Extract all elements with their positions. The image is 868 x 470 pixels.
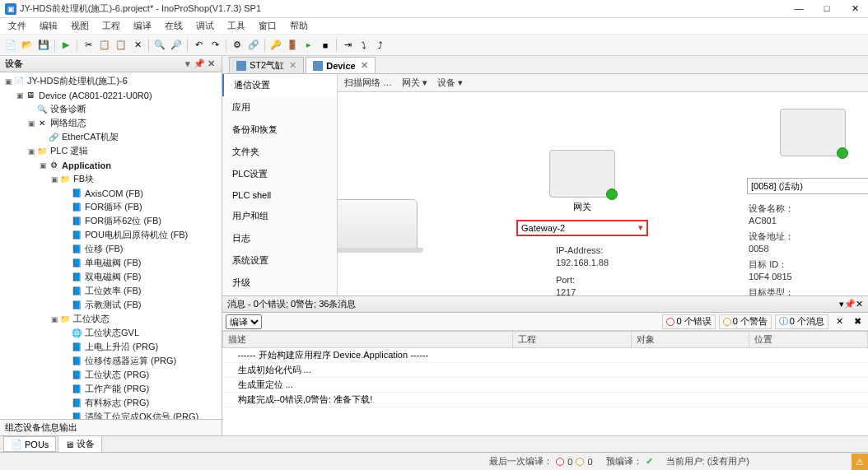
- tab-device[interactable]: 🖥设备: [58, 435, 102, 453]
- menu-help[interactable]: 帮助: [287, 18, 311, 34]
- clear-icon[interactable]: ✕: [832, 314, 847, 329]
- redo-icon[interactable]: ↷: [208, 38, 222, 53]
- tree-item[interactable]: 📘上电上升沿 (PRG): [0, 340, 222, 354]
- undo-icon[interactable]: ↶: [191, 38, 206, 53]
- tree-item[interactable]: 📘位移传感器运算 (PRG): [0, 354, 222, 368]
- gateway-menu[interactable]: 网关 ▾: [402, 77, 427, 89]
- warning-filter[interactable]: 0 个警告: [719, 314, 772, 329]
- device-menu[interactable]: 设备 ▾: [437, 77, 463, 89]
- tree-item[interactable]: 📘单电磁阀 (FB): [0, 256, 222, 270]
- minimize-button[interactable]: —: [791, 3, 807, 14]
- maximize-button[interactable]: □: [819, 3, 835, 14]
- tree-item[interactable]: 📘AxisCOM (FB): [0, 186, 222, 200]
- new-icon[interactable]: 📄: [3, 38, 18, 53]
- message-row[interactable]: ------ 开始构建应用程序 Device.Application -----…: [223, 348, 868, 363]
- tree-item[interactable]: 📘POU电机回原待机位 (FB): [0, 228, 222, 242]
- gateway-select[interactable]: Gateway-2▾: [516, 220, 648, 236]
- nav-log[interactable]: 日志: [222, 227, 337, 249]
- menu-edit[interactable]: 编辑: [36, 18, 61, 34]
- nav-folders[interactable]: 文件夹: [222, 141, 337, 163]
- tool-icon[interactable]: ✖: [850, 314, 865, 329]
- tree-item[interactable]: 📘位移 (FB): [0, 242, 222, 256]
- paste-icon[interactable]: 📋: [114, 38, 128, 53]
- stop-icon[interactable]: ■: [318, 38, 333, 53]
- panel-pin-icon[interactable]: 📌: [844, 299, 856, 309]
- menu-debug[interactable]: 调试: [193, 18, 217, 34]
- nav-plcset[interactable]: PLC设置: [222, 163, 337, 185]
- close-button[interactable]: ✕: [847, 3, 863, 14]
- menu-view[interactable]: 视图: [68, 18, 92, 34]
- tree-item[interactable]: 📘工位状态 (PRG): [0, 368, 222, 382]
- panel-close-icon[interactable]: ✕: [205, 58, 217, 69]
- tree-item[interactable]: ▣📁PLC 逻辑: [0, 144, 222, 158]
- notification-icon[interactable]: ⚠: [852, 454, 868, 470]
- menu-file[interactable]: 文件: [5, 18, 30, 34]
- login-icon[interactable]: 🔑: [268, 38, 283, 53]
- stepout-icon[interactable]: ⤴: [373, 38, 388, 53]
- tree-item[interactable]: ▣📁工位状态: [0, 312, 222, 326]
- menu-project[interactable]: 工程: [99, 18, 124, 34]
- stepover-icon[interactable]: ⤵: [357, 38, 371, 53]
- nav-app[interactable]: 应用: [222, 96, 337, 119]
- tree-item[interactable]: 📘FOR循环 (FB): [0, 200, 222, 214]
- tree-item[interactable]: 📘双电磁阀 (FB): [0, 270, 222, 284]
- tree-item[interactable]: 🔗EtherCAT机架: [0, 130, 222, 144]
- menu-window[interactable]: 窗口: [255, 18, 280, 34]
- panel-close-icon[interactable]: ✕: [856, 299, 863, 309]
- tree-item[interactable]: ▣📁FB块: [0, 172, 222, 186]
- error-filter[interactable]: 0 个错误: [662, 314, 715, 329]
- tree-item[interactable]: ▣🖥Device (AC801-0221-U0R0): [0, 88, 222, 102]
- nav-comm[interactable]: 通信设置: [222, 74, 337, 96]
- message-row[interactable]: 生成重定位 ...: [223, 378, 868, 393]
- menu-online[interactable]: 在线: [161, 18, 186, 34]
- nav-users[interactable]: 用户和组: [222, 205, 337, 227]
- message-category-select[interactable]: 编译: [226, 314, 262, 329]
- logout-icon[interactable]: 🚪: [285, 38, 300, 53]
- tree-item[interactable]: 🌐工位状态GVL: [0, 326, 222, 340]
- tab-close-icon[interactable]: ✕: [361, 60, 368, 71]
- find-icon[interactable]: 🔍: [152, 38, 167, 53]
- nav-sys[interactable]: 系统设置: [222, 249, 337, 272]
- info-filter[interactable]: ⓘ0 个消息: [775, 314, 828, 329]
- nav-backup[interactable]: 备份和恢复: [222, 119, 337, 141]
- tab-st2[interactable]: ST2气缸✕: [229, 57, 304, 73]
- copy-icon[interactable]: 📋: [97, 38, 112, 53]
- plc-select[interactable]: [0058] (活动)▾: [747, 178, 868, 194]
- start-icon[interactable]: ▸: [301, 38, 316, 53]
- find2-icon[interactable]: 🔎: [169, 38, 184, 53]
- tree-item[interactable]: 🔍设备诊断: [0, 102, 222, 116]
- status-last-compile: 最后一次编译： 0 0: [489, 455, 592, 468]
- tree-item[interactable]: 📘示教测试 (FB): [0, 298, 222, 312]
- tree-item[interactable]: 📘清除工位完成OK信号 (PRG): [0, 410, 222, 419]
- messages-table[interactable]: 描述 工程 对象 位置 ------ 开始构建应用程序 Device.Appli…: [222, 331, 868, 407]
- nav-upgrade[interactable]: 升级: [222, 272, 337, 294]
- tree-item[interactable]: ▣⚙Application: [0, 158, 222, 172]
- tree-item[interactable]: 📘工位效率 (FB): [0, 284, 222, 298]
- config-output-tab[interactable]: 组态设备信息输出: [0, 419, 222, 435]
- tree-item[interactable]: 📘有料标志 (PRG): [0, 396, 222, 410]
- tree-item[interactable]: 📘FOR循环62位 (FB): [0, 214, 222, 228]
- tree-item[interactable]: ▣✕网络组态: [0, 116, 222, 130]
- panel-pin-icon[interactable]: 📌: [194, 58, 205, 69]
- menu-compile[interactable]: 编译: [130, 18, 155, 34]
- panel-dropdown-icon[interactable]: ▾: [182, 58, 194, 69]
- message-row[interactable]: 构建完成--0错误,0警告: 准备下载!: [223, 393, 868, 407]
- link-icon[interactable]: 🔗: [246, 38, 261, 53]
- nav-plcshell[interactable]: PLC shell: [222, 185, 337, 205]
- step-icon[interactable]: ⇥: [340, 38, 355, 53]
- tree-item[interactable]: 📘工作产能 (PRG): [0, 382, 222, 396]
- delete-icon[interactable]: ✕: [130, 38, 145, 53]
- cut-icon[interactable]: ✂: [81, 38, 96, 53]
- device-tree[interactable]: ▣📄JY-HDS前处理机(施工)-6▣🖥Device (AC801-0221-U…: [0, 72, 222, 419]
- save-icon[interactable]: 💾: [36, 38, 51, 53]
- scan-network-button[interactable]: 扫描网络 …: [344, 77, 392, 89]
- tree-item[interactable]: ▣📄JY-HDS前处理机(施工)-6: [0, 74, 222, 88]
- menu-tools[interactable]: 工具: [224, 18, 249, 34]
- run-icon[interactable]: ▶: [58, 38, 73, 53]
- tab-device[interactable]: Device✕: [306, 57, 375, 73]
- tab-pous[interactable]: 📄POUs: [3, 436, 56, 452]
- build-icon[interactable]: ⚙: [230, 38, 245, 53]
- open-icon[interactable]: 📂: [20, 38, 35, 53]
- tab-close-icon[interactable]: ✕: [289, 60, 296, 71]
- message-row[interactable]: 生成初始化代码 ...: [223, 363, 868, 378]
